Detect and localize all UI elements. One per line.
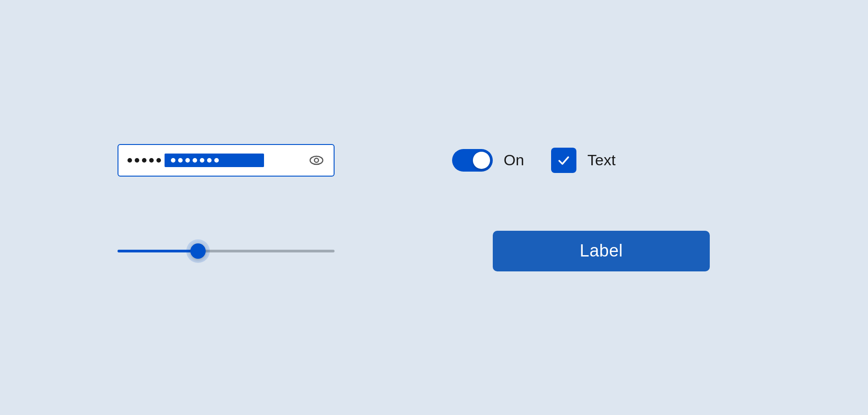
toggle-switch[interactable] xyxy=(452,149,493,172)
password-selected-dots xyxy=(165,154,264,167)
checkbox[interactable] xyxy=(551,148,576,173)
main-container: On Text Label xyxy=(118,144,750,271)
svg-point-0 xyxy=(310,156,323,164)
dot-5 xyxy=(156,158,161,163)
slider[interactable] xyxy=(118,238,335,265)
primary-button[interactable]: Label xyxy=(493,231,710,271)
dot-4 xyxy=(149,158,154,163)
checkbox-label: Text xyxy=(587,151,615,169)
toggle-checkbox-group: On Text xyxy=(452,148,750,173)
eye-icon xyxy=(308,152,325,168)
toggle-label: On xyxy=(504,151,524,169)
sel-dot-1 xyxy=(171,158,175,163)
sel-dot-4 xyxy=(193,158,197,163)
toggle-password-visibility-button[interactable] xyxy=(308,152,325,168)
slider-track-fill xyxy=(118,250,198,252)
toggle-group: On xyxy=(452,149,524,172)
dot-2 xyxy=(135,158,139,163)
checkbox-group: Text xyxy=(551,148,615,173)
toggle-thumb xyxy=(473,152,490,169)
password-input[interactable] xyxy=(118,144,335,177)
slider-thumb xyxy=(190,243,206,259)
dot-1 xyxy=(127,158,132,163)
sel-dot-2 xyxy=(178,158,183,163)
svg-point-1 xyxy=(315,158,319,162)
sel-dot-5 xyxy=(200,158,204,163)
sel-dot-7 xyxy=(214,158,219,163)
sel-dot-3 xyxy=(185,158,190,163)
sel-dot-6 xyxy=(207,158,212,163)
password-plain-dots xyxy=(127,158,163,163)
slider-thumb-ring xyxy=(186,239,210,263)
dot-3 xyxy=(142,158,146,163)
checkmark-icon xyxy=(557,154,571,167)
button-container: Label xyxy=(452,231,750,271)
